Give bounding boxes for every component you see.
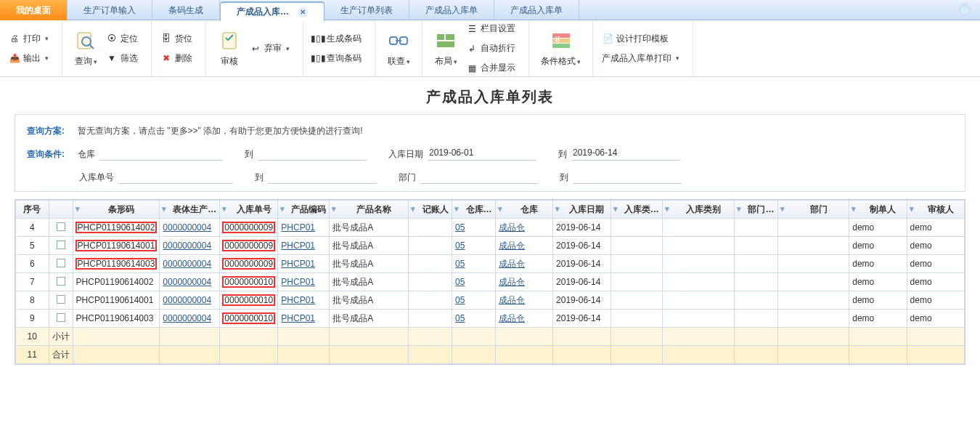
checkbox-icon[interactable] [57, 313, 65, 322]
cell-check[interactable] [49, 310, 73, 328]
smiley-icon[interactable]: ☺ [958, 3, 971, 16]
funnel-icon[interactable]: ▾ [910, 204, 914, 214]
funnel-icon[interactable]: ▾ [555, 204, 560, 214]
print-button[interactable]: 🖨打印▾ [6, 31, 52, 47]
column-config-button[interactable]: ☰栏目设置 [463, 21, 518, 36]
col-bodyprod[interactable]: ▾表体生产… [160, 201, 220, 219]
cell-check[interactable] [49, 237, 73, 255]
col-creator[interactable]: ▾制单人 [849, 201, 907, 219]
funnel-icon[interactable]: ▾ [852, 204, 856, 214]
checkbox-icon[interactable] [57, 259, 65, 267]
tab-finished-in-2[interactable]: 产成品入库单 [494, 0, 579, 20]
col-intypeshort[interactable]: ▾入库类… [611, 201, 662, 219]
tab-prod-order-input[interactable]: 生产订单输入 [68, 0, 152, 20]
funnel-icon[interactable]: ▾ [613, 204, 618, 214]
funnel-icon[interactable]: ▾ [498, 204, 502, 214]
auto-wrap-button[interactable]: ↲自动折行 [463, 41, 518, 56]
query-button[interactable]: 查询▾ [68, 23, 103, 73]
receipt-print-button[interactable]: 产成品入库单打印▾ [599, 51, 682, 66]
col-auditor[interactable]: ▾审核人 [907, 201, 964, 219]
cell-check[interactable] [49, 273, 73, 291]
cell-whshort[interactable]: 05 [452, 310, 496, 328]
gen-barcode-button[interactable]: ▮▯▮生成条码 [309, 31, 364, 47]
warehouse-input[interactable] [99, 148, 223, 161]
cell-prodcode[interactable]: PHCP01 [278, 237, 330, 255]
cell-wh[interactable]: 成品仓 [496, 273, 553, 291]
cell-prodcode[interactable]: PHCP01 [278, 310, 330, 328]
checkbox-icon[interactable] [57, 222, 65, 231]
cond-format-button[interactable]: if条件格式▾ [535, 23, 587, 73]
cell-prodcode[interactable]: PHCP01 [278, 273, 330, 291]
locate-button[interactable]: ⦿定位 [103, 31, 141, 47]
dept-input[interactable] [420, 171, 538, 184]
col-indate[interactable]: ▾入库日期 [553, 201, 611, 219]
cell-bodyprod[interactable]: 0000000004 [160, 219, 220, 237]
output-button[interactable]: 📤输出▾ [6, 51, 52, 66]
tab-barcode-gen[interactable]: 条码生成 [152, 0, 220, 20]
funnel-icon[interactable]: ▾ [332, 204, 336, 214]
tab-finished-in-current[interactable]: 产成品入库…✕ [220, 1, 324, 21]
cell-bodyprod[interactable]: 0000000004 [160, 255, 220, 273]
layout-button[interactable]: 布局▾ [428, 23, 463, 73]
cell-prodcode[interactable]: PHCP01 [278, 219, 330, 237]
docno-input[interactable] [118, 171, 233, 184]
delete-button[interactable]: ✖删除 [158, 51, 195, 66]
filter-button[interactable]: ▼筛选 [103, 51, 141, 66]
table-row[interactable]: 4PHCP0119061400200000000040000000009PHCP… [16, 219, 965, 237]
indate-from-input[interactable]: 2019-06-01 [428, 148, 536, 161]
close-icon[interactable]: ✕ [298, 7, 308, 17]
dept-to-input[interactable] [573, 171, 682, 184]
funnel-icon[interactable]: ▾ [780, 204, 785, 214]
funnel-icon[interactable]: ▾ [75, 204, 80, 214]
cell-check[interactable] [49, 255, 73, 273]
col-whshort[interactable]: ▾仓库… [452, 201, 496, 219]
funnel-icon[interactable]: ▾ [222, 204, 226, 214]
cell-bodyprod[interactable]: 0000000004 [160, 273, 220, 291]
cell-wh[interactable]: 成品仓 [496, 219, 553, 237]
col-wh[interactable]: ▾仓库 [496, 201, 553, 219]
indate-to-input[interactable]: 2019-06-14 [571, 148, 680, 161]
funnel-icon[interactable]: ▾ [411, 204, 415, 214]
funnel-icon[interactable]: ▾ [162, 204, 166, 214]
cell-prodcode[interactable]: PHCP01 [278, 291, 330, 310]
cell-wh[interactable]: 成品仓 [496, 255, 553, 273]
checkbox-icon[interactable] [57, 277, 65, 286]
tab-prod-order-list[interactable]: 生产订单列表 [324, 0, 409, 20]
audit-button[interactable]: 审核 [212, 23, 247, 73]
col-check[interactable] [49, 201, 73, 219]
cell-bodyprod[interactable]: 0000000004 [160, 237, 220, 255]
cell-whshort[interactable]: 05 [452, 273, 496, 291]
checkbox-icon[interactable] [57, 295, 65, 304]
funnel-icon[interactable]: ▾ [737, 204, 741, 214]
col-dept[interactable]: ▾部门 [777, 201, 849, 219]
funnel-icon[interactable]: ▾ [665, 204, 669, 214]
table-row[interactable]: 7PHCP0119061400200000000040000000010PHCP… [16, 273, 965, 291]
docno-to-input[interactable] [268, 171, 377, 184]
col-prodcode[interactable]: ▾产品编码 [278, 201, 330, 219]
cell-whshort[interactable]: 05 [452, 237, 496, 255]
table-row[interactable]: 5PHCP0119061400100000000040000000009PHCP… [16, 237, 965, 255]
col-deptshort[interactable]: ▾部门… [734, 201, 777, 219]
funnel-icon[interactable]: ▾ [454, 204, 459, 214]
checkbox-icon[interactable] [57, 241, 65, 249]
cell-whshort[interactable]: 05 [452, 219, 496, 237]
slot-button[interactable]: 🗄货位 [158, 31, 195, 47]
design-template-button[interactable]: 📄设计打印模板 [599, 31, 682, 47]
table-row[interactable]: 6PHCP0119061400300000000040000000009PHCP… [16, 255, 965, 273]
table-row[interactable]: 9PHCP0119061400300000000040000000010PHCP… [16, 310, 965, 328]
col-prodname[interactable]: ▾产品名称 [330, 201, 409, 219]
cell-whshort[interactable]: 05 [452, 255, 496, 273]
tab-desktop[interactable]: 我的桌面 [0, 0, 68, 20]
warehouse-to-input[interactable] [258, 148, 367, 161]
cell-wh[interactable]: 成品仓 [496, 237, 553, 255]
tab-finished-in-1[interactable]: 产成品入库单 [409, 0, 494, 20]
merge-display-button[interactable]: ▦合并显示 [463, 60, 518, 76]
table-row[interactable]: 8PHCP0119061400100000000040000000010PHCP… [16, 291, 965, 310]
col-intype[interactable]: ▾入库类别 [662, 201, 734, 219]
cell-bodyprod[interactable]: 0000000004 [160, 310, 220, 328]
col-barcode[interactable]: ▾条形码 [73, 201, 160, 219]
cell-whshort[interactable]: 05 [452, 291, 496, 310]
col-seq[interactable]: 序号 [16, 201, 49, 219]
funnel-icon[interactable]: ▾ [280, 204, 285, 214]
col-booker[interactable]: ▾记账人 [409, 201, 452, 219]
